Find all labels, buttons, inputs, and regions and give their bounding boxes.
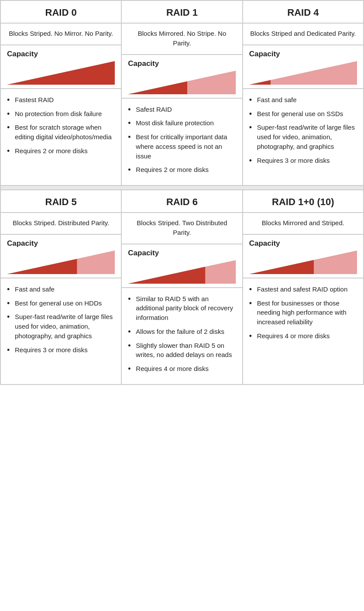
raid-subtitle-raid1: Blocks Mirrored. No Stripe. No Parity. [122,24,242,55]
raid-subtitle-raid5: Blocks Striped. Distributed Parity. [1,213,121,235]
capacity-label-raid4: Capacity [249,50,357,58]
raid-cell-raid6: RAID 6Blocks Striped. Two Distributed Pa… [122,190,243,385]
raid-bullet-raid1-2: Best for critically important data where… [128,132,236,161]
capacity-label-raid10: Capacity [249,239,357,248]
svg-marker-4 [271,61,357,85]
raid-bullet-raid5-0: Fast and safe [7,285,115,294]
capacity-chart-raid1 [128,71,236,94]
raid-bullet-raid10-0: Fastest and safest RAID option [249,285,357,294]
raid-capacity-raid1: Capacity [122,55,242,99]
svg-marker-6 [77,251,115,274]
raid-title-raid10: RAID 1+0 (10) [243,190,363,213]
raid-cell-raid0: RAID 0Blocks Striped. No Mirror. No Pari… [1,1,122,186]
svg-marker-2 [187,71,236,94]
raid-bullet-raid5-3: Requires 3 or more disks [7,345,115,355]
raid-bullets-raid10: Fastest and safest RAID optionBest for b… [243,278,363,384]
capacity-chart-raid6 [128,260,236,284]
capacity-chart-raid4 [249,61,357,85]
raid-bullet-raid1-3: Requires 2 or more disks [128,165,236,175]
svg-marker-0 [7,61,115,85]
raid-bullet-raid10-2: Requires 4 or more disks [249,331,357,341]
raid-comparison-grid: RAID 0Blocks Striped. No Mirror. No Pari… [0,0,364,385]
raid-title-raid4: RAID 4 [243,1,363,24]
raid-cell-raid10: RAID 1+0 (10)Blocks Mirrored and Striped… [243,190,364,385]
svg-marker-1 [128,81,187,94]
raid-capacity-raid5: Capacity [1,235,121,278]
raid-bullets-raid0: Fastest RAIDNo protection from disk fail… [1,89,121,185]
raid-cell-raid4: RAID 4Blocks Striped and Dedicated Parit… [243,1,364,186]
raid-bullets-raid6: Similar to RAID 5 with an additional par… [122,288,242,384]
raid-cell-raid1: RAID 1Blocks Mirrored. No Stripe. No Par… [122,1,243,186]
raid-title-raid5: RAID 5 [1,190,121,213]
capacity-label-raid5: Capacity [7,239,115,248]
raid-bullet-raid6-2: Slightly slower than RAID 5 on writes, n… [128,341,236,360]
raid-bullet-raid5-2: Super-fast read/write of large files use… [7,312,115,340]
raid-bullets-raid4: Fast and safeBest for general use on SSD… [243,89,363,185]
raid-bullet-raid4-2: Super-fast read/write of large files use… [249,123,357,151]
raid-bullet-raid0-1: No protection from disk failure [7,109,115,119]
capacity-chart-raid5 [7,251,115,274]
raid-bullets-raid1: Safest RAIDMost disk failure protectionB… [122,99,242,185]
raid-capacity-raid0: Capacity [1,45,121,89]
raid-title-raid6: RAID 6 [122,190,242,213]
raid-title-raid1: RAID 1 [122,1,242,24]
raid-bullets-raid5: Fast and safeBest for general use on HDD… [1,278,121,384]
raid-bullet-raid10-1: Best for businesses or those needing hig… [249,299,357,327]
svg-marker-5 [7,259,77,274]
raid-capacity-raid6: Capacity [122,244,242,288]
raid-capacity-raid4: Capacity [243,45,363,89]
raid-subtitle-raid0: Blocks Striped. No Mirror. No Parity. [1,24,121,45]
raid-bullet-raid6-1: Allows for the failure of 2 disks [128,327,236,336]
raid-title-raid0: RAID 0 [1,1,121,24]
svg-marker-9 [249,260,314,274]
raid-bullet-raid4-1: Best for general use on SSDs [249,109,357,119]
raid-bullet-raid4-0: Fast and safe [249,95,357,105]
raid-bullet-raid0-2: Best for scratch storage when editing di… [7,123,115,142]
svg-marker-7 [128,267,206,284]
raid-subtitle-raid4: Blocks Striped and Dedicated Parity. [243,24,363,45]
raid-cell-raid5: RAID 5Blocks Striped. Distributed Parity… [1,190,122,385]
svg-marker-8 [206,260,236,284]
raid-bullet-raid6-0: Similar to RAID 5 with an additional par… [128,294,236,323]
raid-subtitle-raid10: Blocks Mirrored and Striped. [243,213,363,235]
capacity-chart-raid0 [7,61,115,85]
raid-bullet-raid1-0: Safest RAID [128,105,236,114]
raid-bullet-raid1-1: Most disk failure protection [128,118,236,128]
raid-bullet-raid6-3: Requires 4 or more disks [128,364,236,374]
capacity-chart-raid10 [249,251,357,274]
raid-bullet-raid5-1: Best for general use on HDDs [7,299,115,308]
section-divider [1,186,364,190]
svg-marker-3 [249,80,271,85]
raid-bullet-raid4-3: Requires 3 or more disks [249,156,357,165]
raid-subtitle-raid6: Blocks Striped. Two Distributed Parity. [122,213,242,244]
capacity-label-raid6: Capacity [128,249,236,257]
capacity-label-raid0: Capacity [7,50,115,58]
raid-capacity-raid10: Capacity [243,235,363,278]
raid-bullet-raid0-0: Fastest RAID [7,95,115,105]
svg-marker-10 [314,251,357,274]
capacity-label-raid1: Capacity [128,59,236,68]
raid-bullet-raid0-3: Requires 2 or more disks [7,146,115,156]
